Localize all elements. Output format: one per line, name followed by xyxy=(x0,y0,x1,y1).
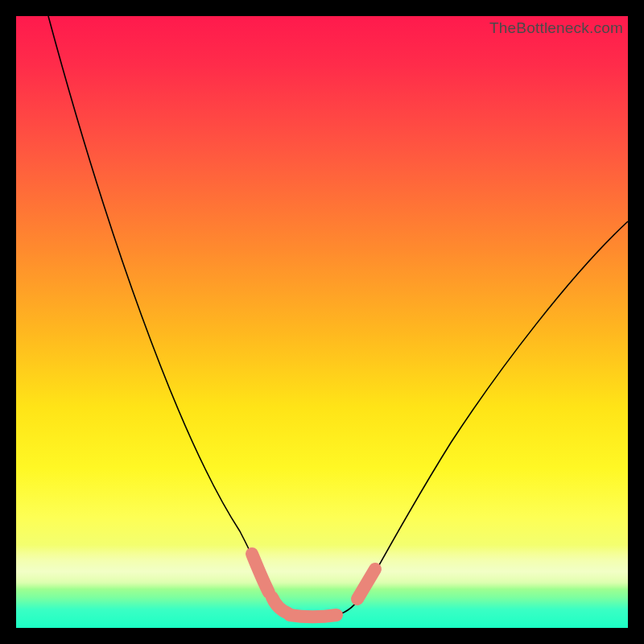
sweet-spot-marker-left xyxy=(252,554,269,592)
plot-gradient-background: TheBottleneck.com xyxy=(16,16,628,628)
watermark-text: TheBottleneck.com xyxy=(489,19,623,37)
chart-frame: TheBottleneck.com xyxy=(0,0,644,644)
bottleneck-curve xyxy=(48,16,628,617)
light-yellow-band xyxy=(16,545,628,589)
curve-layer xyxy=(16,16,628,628)
sweet-spot-marker-left-2 xyxy=(272,597,288,613)
sweet-spot-marker-right xyxy=(357,569,375,599)
sweet-spot-marker-bottom xyxy=(290,615,336,617)
